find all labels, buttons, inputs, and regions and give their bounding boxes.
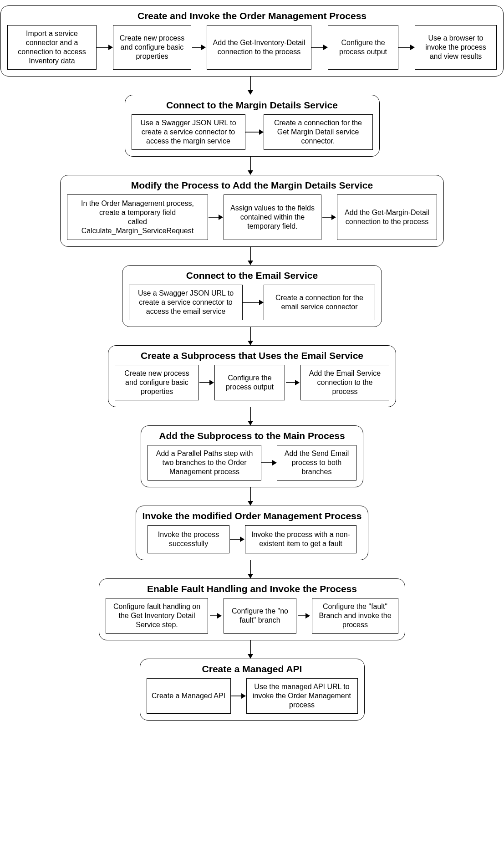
step-box: Configure fault handling on the Get Inve…: [106, 598, 208, 634]
svg-marker-11: [259, 129, 264, 135]
arrow-right-icon: [261, 445, 277, 481]
arrow-right-icon: [229, 525, 245, 553]
arrow-right-icon: [398, 25, 415, 70]
stage-1: Connect to the Margin Details ServiceUse…: [125, 95, 380, 157]
svg-marker-9: [248, 90, 253, 95]
svg-marker-45: [241, 693, 246, 699]
arrow-right-icon: [296, 598, 312, 634]
step-box: Add a Parallel Paths step with two branc…: [148, 445, 261, 481]
step-box: Create a Managed API: [147, 678, 231, 714]
step-box: Configure the process output: [328, 25, 398, 70]
step-box: Create a connection for the Get Margin D…: [264, 114, 373, 150]
stage-title: Invoke the modified Order Management Pro…: [143, 511, 362, 522]
arrow-right-icon: [321, 194, 337, 240]
svg-marker-35: [240, 537, 244, 542]
stage-title: Add the Subprocess to the Main Process: [159, 430, 345, 441]
svg-marker-31: [272, 460, 277, 465]
arrow-down-icon: [247, 157, 257, 175]
svg-marker-15: [219, 215, 223, 220]
steps-row: Configure fault handling on the Get Inve…: [106, 598, 398, 634]
step-box: Import a service connector and a connect…: [7, 25, 97, 70]
stage-5: Add the Subprocess to the Main ProcessAd…: [141, 425, 363, 487]
arrow-right-icon: [208, 598, 224, 634]
step-box: Assign values to the fields contained wi…: [224, 194, 321, 240]
arrow-right-icon: [285, 365, 300, 400]
step-box: Configure the process output: [214, 365, 285, 400]
svg-marker-23: [248, 341, 253, 345]
steps-row: Import a service connector and a connect…: [7, 25, 497, 70]
arrow-right-icon: [199, 365, 214, 400]
arrow-down-icon: [247, 640, 257, 659]
stage-title: Modify the Process to Add the Margin Det…: [131, 180, 373, 191]
arrow-down-icon: [247, 407, 257, 425]
stage-2: Modify the Process to Add the Margin Det…: [60, 175, 444, 247]
step-box: Use the managed API URL to invoke the Or…: [246, 678, 358, 714]
arrow-right-icon: [191, 25, 207, 70]
svg-marker-29: [248, 421, 253, 425]
step-box: Configure the "no fault" branch: [224, 598, 296, 634]
step-box: Configure the "fault" Branch and invoke …: [312, 598, 398, 634]
svg-marker-17: [331, 215, 336, 220]
svg-marker-33: [248, 501, 253, 506]
step-box: Invoke the process with a non-existent i…: [245, 525, 356, 553]
step-box: In the Order Management process, create …: [67, 194, 208, 240]
svg-marker-21: [259, 300, 264, 305]
stage-title: Create a Managed API: [202, 664, 302, 675]
step-box: Add the Email Service connection to the …: [300, 365, 389, 400]
steps-row: Add a Parallel Paths step with two branc…: [148, 445, 356, 481]
arrow-down-icon: [247, 77, 257, 95]
svg-marker-37: [248, 574, 253, 578]
arrow-right-icon: [245, 114, 264, 150]
step-box: Create a connection for the email servic…: [264, 285, 375, 320]
step-box: Create new process and configure basic p…: [115, 365, 199, 400]
steps-row: Use a Swagger JSON URL to create a servi…: [129, 285, 375, 320]
arrow-down-icon: [247, 487, 257, 506]
steps-row: Create new process and configure basic p…: [115, 365, 389, 400]
stage-title: Enable Fault Handling and Invoke the Pro…: [147, 583, 357, 594]
arrow-right-icon: [208, 194, 224, 240]
arrow-down-icon: [247, 560, 257, 578]
steps-row: Invoke the process successfullyInvoke th…: [148, 525, 356, 553]
step-box: Invoke the process successfully: [148, 525, 229, 553]
stage-6: Invoke the modified Order Management Pro…: [136, 506, 369, 560]
svg-marker-25: [209, 380, 214, 385]
arrow-right-icon: [243, 285, 264, 320]
step-box: Add the Get-Margin-Detail connection to …: [337, 194, 437, 240]
arrow-right-icon: [231, 678, 246, 714]
step-box: Use a browser to invoke the process and …: [415, 25, 497, 70]
stage-8: Create a Managed APICreate a Managed API…: [140, 659, 365, 721]
steps-row: In the Order Management process, create …: [67, 194, 437, 240]
step-box: Add the Send Email process to both branc…: [277, 445, 356, 481]
stage-0: Create and Invoke the Order Management P…: [0, 5, 504, 77]
stage-7: Enable Fault Handling and Invoke the Pro…: [99, 578, 405, 640]
svg-marker-3: [201, 45, 206, 50]
steps-row: Use a Swagger JSON URL to create a servi…: [132, 114, 373, 150]
stage-title: Connect to the Email Service: [186, 270, 318, 281]
svg-marker-1: [108, 45, 113, 50]
arrow-down-icon: [247, 247, 257, 265]
stage-title: Create a Subprocess that Uses the Email …: [141, 350, 363, 361]
step-box: Use a Swagger JSON URL to create a servi…: [129, 285, 243, 320]
stage-3: Connect to the Email ServiceUse a Swagge…: [122, 265, 382, 327]
stage-4: Create a Subprocess that Uses the Email …: [108, 345, 396, 407]
svg-marker-43: [248, 654, 253, 659]
svg-marker-27: [295, 380, 300, 385]
svg-marker-39: [217, 613, 222, 619]
step-box: Add the Get-Inventory-Detail connection …: [207, 25, 311, 70]
stage-title: Create and Invoke the Order Management P…: [137, 10, 367, 21]
arrow-down-icon: [247, 327, 257, 345]
stage-title: Connect to the Margin Details Service: [166, 100, 338, 111]
arrow-right-icon: [311, 25, 328, 70]
svg-marker-7: [410, 45, 415, 50]
svg-marker-13: [248, 170, 253, 175]
arrow-right-icon: [97, 25, 113, 70]
step-box: Use a Swagger JSON URL to create a servi…: [132, 114, 245, 150]
step-box: Create new process and configure basic p…: [113, 25, 191, 70]
svg-marker-5: [323, 45, 328, 50]
steps-row: Create a Managed APIUse the managed API …: [147, 678, 358, 714]
svg-marker-41: [305, 613, 310, 619]
svg-marker-19: [248, 261, 253, 265]
